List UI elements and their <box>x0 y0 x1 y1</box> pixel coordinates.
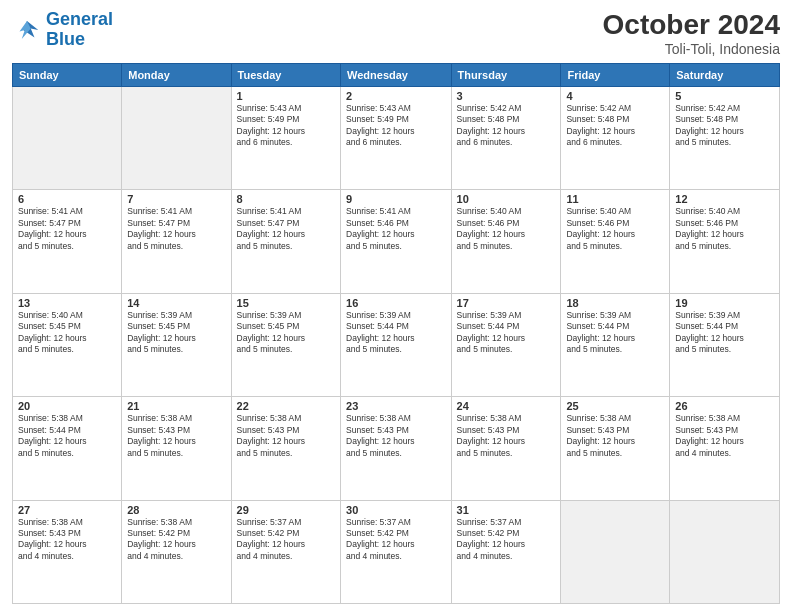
daylight-text-line1: Daylight: 12 hours <box>457 539 556 550</box>
sunrise-text: Sunrise: 5:40 AM <box>18 310 116 321</box>
sunrise-text: Sunrise: 5:41 AM <box>346 206 446 217</box>
day-info: Sunrise: 5:39 AMSunset: 5:45 PMDaylight:… <box>127 310 225 356</box>
day-cell: 26Sunrise: 5:38 AMSunset: 5:43 PMDayligh… <box>670 397 780 500</box>
title-section: October 2024 Toli-Toli, Indonesia <box>603 10 780 57</box>
day-info: Sunrise: 5:38 AMSunset: 5:44 PMDaylight:… <box>18 413 116 459</box>
day-cell: 11Sunrise: 5:40 AMSunset: 5:46 PMDayligh… <box>561 190 670 293</box>
logo: General Blue <box>12 10 113 50</box>
day-cell: 29Sunrise: 5:37 AMSunset: 5:42 PMDayligh… <box>231 500 340 603</box>
day-cell <box>561 500 670 603</box>
sunrise-text: Sunrise: 5:40 AM <box>675 206 774 217</box>
daylight-text-line1: Daylight: 12 hours <box>675 229 774 240</box>
header-row: Sunday Monday Tuesday Wednesday Thursday… <box>13 63 780 86</box>
sunset-text: Sunset: 5:45 PM <box>237 321 335 332</box>
day-number: 14 <box>127 297 225 309</box>
daylight-text-line2: and 5 minutes. <box>566 241 664 252</box>
sunset-text: Sunset: 5:47 PM <box>237 218 335 229</box>
daylight-text-line2: and 5 minutes. <box>346 241 446 252</box>
daylight-text-line2: and 5 minutes. <box>346 448 446 459</box>
col-thursday: Thursday <box>451 63 561 86</box>
daylight-text-line1: Daylight: 12 hours <box>566 333 664 344</box>
day-cell: 30Sunrise: 5:37 AMSunset: 5:42 PMDayligh… <box>341 500 452 603</box>
day-number: 27 <box>18 504 116 516</box>
day-number: 13 <box>18 297 116 309</box>
daylight-text-line2: and 5 minutes. <box>566 344 664 355</box>
daylight-text-line1: Daylight: 12 hours <box>127 539 225 550</box>
daylight-text-line2: and 4 minutes. <box>127 551 225 562</box>
daylight-text-line1: Daylight: 12 hours <box>237 539 335 550</box>
day-number: 16 <box>346 297 446 309</box>
day-number: 23 <box>346 400 446 412</box>
day-number: 29 <box>237 504 335 516</box>
day-cell: 31Sunrise: 5:37 AMSunset: 5:42 PMDayligh… <box>451 500 561 603</box>
col-friday: Friday <box>561 63 670 86</box>
daylight-text-line1: Daylight: 12 hours <box>675 333 774 344</box>
sunrise-text: Sunrise: 5:38 AM <box>237 413 335 424</box>
daylight-text-line1: Daylight: 12 hours <box>457 333 556 344</box>
day-number: 7 <box>127 193 225 205</box>
col-sunday: Sunday <box>13 63 122 86</box>
sunset-text: Sunset: 5:43 PM <box>346 425 446 436</box>
day-cell: 6Sunrise: 5:41 AMSunset: 5:47 PMDaylight… <box>13 190 122 293</box>
sunset-text: Sunset: 5:48 PM <box>675 114 774 125</box>
day-info: Sunrise: 5:38 AMSunset: 5:43 PMDaylight:… <box>237 413 335 459</box>
daylight-text-line1: Daylight: 12 hours <box>237 333 335 344</box>
daylight-text-line2: and 5 minutes. <box>127 344 225 355</box>
week-row-0: 1Sunrise: 5:43 AMSunset: 5:49 PMDaylight… <box>13 86 780 189</box>
day-cell: 7Sunrise: 5:41 AMSunset: 5:47 PMDaylight… <box>122 190 231 293</box>
sunrise-text: Sunrise: 5:38 AM <box>127 517 225 528</box>
day-number: 21 <box>127 400 225 412</box>
sunrise-text: Sunrise: 5:41 AM <box>127 206 225 217</box>
day-info: Sunrise: 5:42 AMSunset: 5:48 PMDaylight:… <box>675 103 774 149</box>
daylight-text-line2: and 5 minutes. <box>18 241 116 252</box>
daylight-text-line1: Daylight: 12 hours <box>566 126 664 137</box>
day-number: 11 <box>566 193 664 205</box>
daylight-text-line2: and 5 minutes. <box>237 344 335 355</box>
daylight-text-line2: and 5 minutes. <box>675 241 774 252</box>
day-cell: 27Sunrise: 5:38 AMSunset: 5:43 PMDayligh… <box>13 500 122 603</box>
day-number: 30 <box>346 504 446 516</box>
daylight-text-line2: and 4 minutes. <box>346 551 446 562</box>
day-number: 15 <box>237 297 335 309</box>
logo-text: General Blue <box>46 10 113 50</box>
sunset-text: Sunset: 5:46 PM <box>457 218 556 229</box>
sunset-text: Sunset: 5:46 PM <box>675 218 774 229</box>
daylight-text-line1: Daylight: 12 hours <box>237 229 335 240</box>
sunrise-text: Sunrise: 5:43 AM <box>237 103 335 114</box>
daylight-text-line1: Daylight: 12 hours <box>457 229 556 240</box>
sunrise-text: Sunrise: 5:42 AM <box>457 103 556 114</box>
daylight-text-line2: and 5 minutes. <box>346 344 446 355</box>
daylight-text-line1: Daylight: 12 hours <box>18 539 116 550</box>
daylight-text-line1: Daylight: 12 hours <box>18 436 116 447</box>
day-number: 10 <box>457 193 556 205</box>
sunrise-text: Sunrise: 5:42 AM <box>566 103 664 114</box>
day-cell: 13Sunrise: 5:40 AMSunset: 5:45 PMDayligh… <box>13 293 122 396</box>
day-info: Sunrise: 5:40 AMSunset: 5:46 PMDaylight:… <box>675 206 774 252</box>
week-row-4: 27Sunrise: 5:38 AMSunset: 5:43 PMDayligh… <box>13 500 780 603</box>
sunset-text: Sunset: 5:49 PM <box>346 114 446 125</box>
sunrise-text: Sunrise: 5:38 AM <box>566 413 664 424</box>
daylight-text-line1: Daylight: 12 hours <box>346 539 446 550</box>
day-number: 19 <box>675 297 774 309</box>
day-info: Sunrise: 5:38 AMSunset: 5:43 PMDaylight:… <box>566 413 664 459</box>
day-info: Sunrise: 5:39 AMSunset: 5:44 PMDaylight:… <box>457 310 556 356</box>
daylight-text-line1: Daylight: 12 hours <box>18 229 116 240</box>
sunrise-text: Sunrise: 5:41 AM <box>237 206 335 217</box>
sunset-text: Sunset: 5:45 PM <box>127 321 225 332</box>
day-number: 12 <box>675 193 774 205</box>
sunset-text: Sunset: 5:45 PM <box>18 321 116 332</box>
sunset-text: Sunset: 5:43 PM <box>18 528 116 539</box>
col-monday: Monday <box>122 63 231 86</box>
daylight-text-line2: and 5 minutes. <box>457 344 556 355</box>
day-cell: 20Sunrise: 5:38 AMSunset: 5:44 PMDayligh… <box>13 397 122 500</box>
daylight-text-line1: Daylight: 12 hours <box>675 126 774 137</box>
day-number: 1 <box>237 90 335 102</box>
sunset-text: Sunset: 5:42 PM <box>346 528 446 539</box>
sunrise-text: Sunrise: 5:41 AM <box>18 206 116 217</box>
sunrise-text: Sunrise: 5:39 AM <box>127 310 225 321</box>
sunset-text: Sunset: 5:43 PM <box>457 425 556 436</box>
week-row-3: 20Sunrise: 5:38 AMSunset: 5:44 PMDayligh… <box>13 397 780 500</box>
day-info: Sunrise: 5:37 AMSunset: 5:42 PMDaylight:… <box>457 517 556 563</box>
month-title: October 2024 <box>603 10 780 41</box>
sunrise-text: Sunrise: 5:37 AM <box>346 517 446 528</box>
